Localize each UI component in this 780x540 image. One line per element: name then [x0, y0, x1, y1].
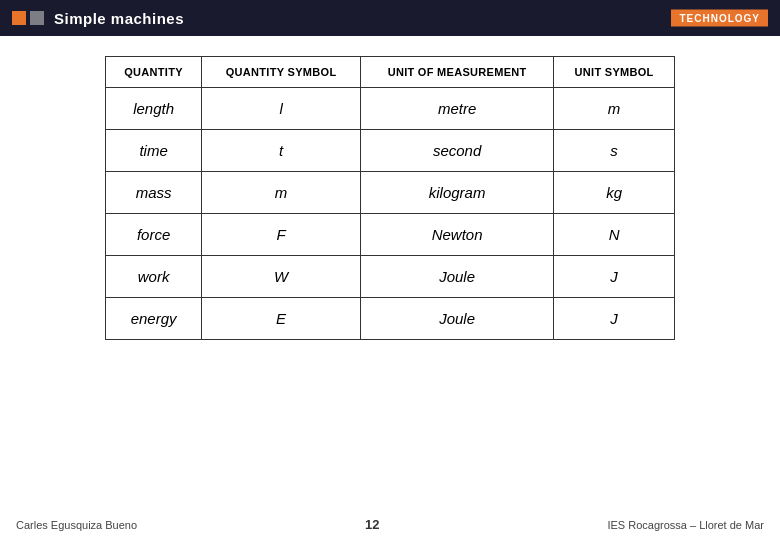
cell-unit_symbol: m [554, 88, 675, 130]
cell-quantity: force [106, 214, 202, 256]
cell-unit: Joule [361, 256, 554, 298]
cell-quantity: time [106, 130, 202, 172]
table-row: timetseconds [106, 130, 675, 172]
cell-symbol: F [202, 214, 361, 256]
col-header-unit-symbol: UNIT SYMBOL [554, 57, 675, 88]
cell-symbol: m [202, 172, 361, 214]
header-decoration [12, 11, 44, 25]
orange-square [12, 11, 26, 25]
col-header-unit-measurement: UNIT OF MEASUREMENT [361, 57, 554, 88]
footer-school: IES Rocagrossa – Lloret de Mar [607, 519, 764, 531]
quantities-table: QUANTITY QUANTITY SYMBOL UNIT OF MEASURE… [105, 56, 675, 340]
footer: Carles Egusquiza Bueno 12 IES Rocagrossa… [0, 517, 780, 532]
technology-badge: TECHNOLOGY [671, 10, 768, 27]
table-row: forceFNewtonN [106, 214, 675, 256]
col-header-quantity: QUANTITY [106, 57, 202, 88]
cell-quantity: energy [106, 298, 202, 340]
cell-unit_symbol: kg [554, 172, 675, 214]
cell-symbol: l [202, 88, 361, 130]
table-row: lengthlmetrem [106, 88, 675, 130]
cell-unit: second [361, 130, 554, 172]
footer-author: Carles Egusquiza Bueno [16, 519, 137, 531]
cell-symbol: E [202, 298, 361, 340]
col-header-quantity-symbol: QUANTITY SYMBOL [202, 57, 361, 88]
footer-page: 12 [365, 517, 379, 532]
gray-square [30, 11, 44, 25]
cell-symbol: t [202, 130, 361, 172]
page-title: Simple machines [54, 10, 184, 27]
table-wrapper: QUANTITY QUANTITY SYMBOL UNIT OF MEASURE… [105, 56, 675, 340]
table-row: workWJouleJ [106, 256, 675, 298]
table-row: energyEJouleJ [106, 298, 675, 340]
cell-quantity: work [106, 256, 202, 298]
cell-unit_symbol: s [554, 130, 675, 172]
cell-unit_symbol: J [554, 298, 675, 340]
cell-quantity: length [106, 88, 202, 130]
header: Simple machines TECHNOLOGY [0, 0, 780, 36]
cell-symbol: W [202, 256, 361, 298]
cell-unit: Newton [361, 214, 554, 256]
cell-unit_symbol: N [554, 214, 675, 256]
cell-unit_symbol: J [554, 256, 675, 298]
cell-quantity: mass [106, 172, 202, 214]
table-row: massmkilogramkg [106, 172, 675, 214]
cell-unit: metre [361, 88, 554, 130]
cell-unit: Joule [361, 298, 554, 340]
cell-unit: kilogram [361, 172, 554, 214]
main-content: QUANTITY QUANTITY SYMBOL UNIT OF MEASURE… [0, 36, 780, 350]
